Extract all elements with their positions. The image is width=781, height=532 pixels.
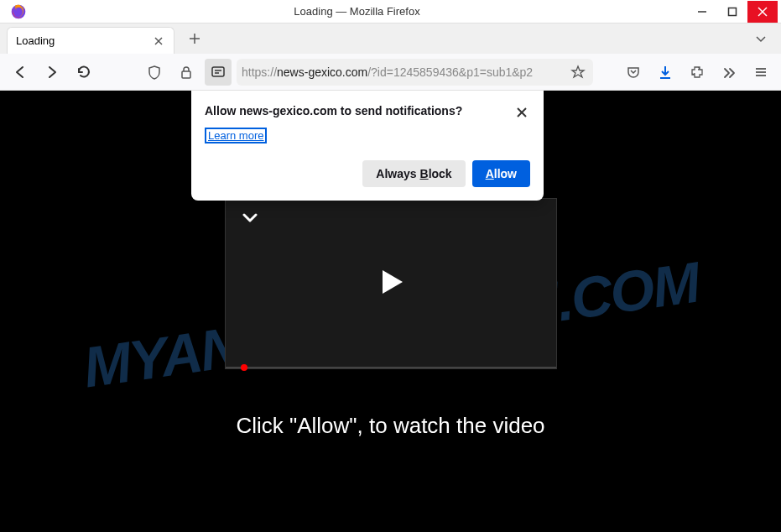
firefox-logo-icon — [10, 3, 27, 20]
tab-close-button[interactable] — [152, 34, 165, 48]
chevron-down-icon[interactable] — [241, 209, 259, 231]
notification-permission-popup: Allow news-gexico.com to send notificati… — [191, 91, 544, 201]
play-button[interactable] — [374, 265, 408, 302]
navigation-toolbar: https://news-gexico.com/?id=1245859436&p… — [0, 54, 781, 91]
page-content: MYANTISPYWARE.COM Click "Allow", to watc… — [0, 91, 781, 532]
window-titlebar: Loading — Mozilla Firefox — [0, 0, 781, 23]
svg-rect-10 — [212, 67, 224, 76]
forward-button[interactable] — [39, 59, 65, 86]
window-title: Loading — Mozilla Firefox — [27, 5, 687, 18]
popup-title: Allow news-gexico.com to send notificati… — [205, 104, 462, 117]
svg-marker-18 — [383, 270, 403, 294]
video-progress-bar[interactable] — [226, 367, 556, 368]
reload-button[interactable] — [70, 59, 97, 86]
tab-bar: Loading — [0, 23, 781, 54]
permissions-icon[interactable] — [205, 59, 232, 86]
url-protocol: https:// — [242, 65, 277, 79]
tabs-dropdown-button[interactable] — [747, 25, 774, 52]
always-block-button[interactable]: Always Block — [362, 160, 465, 187]
allow-button[interactable]: Allow — [472, 160, 530, 187]
instruction-text: Click "Allow", to watch the video — [0, 413, 781, 439]
pocket-icon[interactable] — [620, 59, 647, 86]
url-text: https://news-gexico.com/?id=1245859436&p… — [242, 65, 565, 79]
browser-tab[interactable]: Loading — [7, 27, 174, 54]
tab-title: Loading — [16, 34, 55, 47]
video-progress-handle[interactable] — [241, 364, 247, 371]
shield-icon[interactable] — [141, 59, 168, 86]
back-button[interactable] — [7, 59, 34, 86]
new-tab-button[interactable] — [181, 25, 208, 52]
downloads-icon[interactable] — [652, 59, 679, 86]
url-bar[interactable]: https://news-gexico.com/?id=1245859436&p… — [237, 59, 593, 86]
url-path: /?id=1245859436&p1=sub1&p2 — [367, 65, 533, 79]
url-domain: news-gexico.com — [277, 65, 367, 79]
video-player — [225, 198, 557, 369]
maximize-button[interactable] — [717, 1, 747, 23]
lock-icon[interactable] — [173, 59, 200, 86]
menu-icon[interactable] — [747, 59, 774, 86]
svg-rect-9 — [182, 71, 190, 78]
popup-close-button[interactable] — [513, 104, 530, 121]
learn-more-link[interactable]: Learn more — [205, 128, 267, 143]
close-button[interactable] — [747, 1, 778, 23]
extensions-icon[interactable] — [684, 59, 711, 86]
overflow-icon[interactable] — [716, 59, 742, 86]
minimize-button[interactable] — [687, 1, 717, 23]
window-controls — [687, 1, 778, 23]
bookmark-star-icon[interactable] — [568, 62, 588, 82]
svg-rect-2 — [729, 8, 737, 15]
